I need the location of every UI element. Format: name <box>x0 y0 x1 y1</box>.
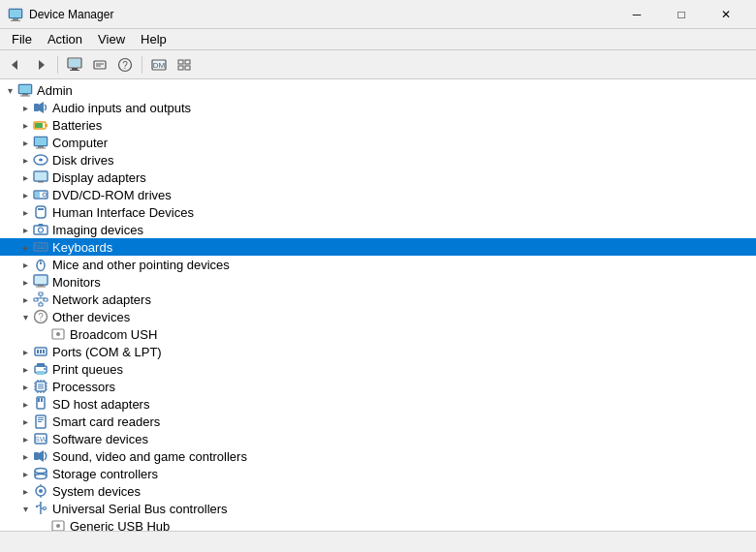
tree-item-software[interactable]: SWSoftware devices <box>0 430 756 447</box>
svg-marker-27 <box>39 102 44 113</box>
forward-button[interactable] <box>29 53 52 77</box>
expander-hid[interactable] <box>17 204 33 220</box>
label-broadcom: Broadcom USH <box>70 327 157 342</box>
expander-keyboards[interactable] <box>17 239 33 255</box>
help-icon-button[interactable]: ? <box>113 53 137 77</box>
expander-storage[interactable] <box>17 466 33 481</box>
tree-item-admin[interactable]: Admin <box>0 81 756 99</box>
menu-action[interactable]: Action <box>40 30 90 48</box>
tree-item-usb[interactable]: Universal Serial Bus controllers <box>0 500 756 517</box>
tree-item-storage[interactable]: Storage controllers <box>0 465 756 482</box>
tree-item-processors[interactable]: Processors <box>0 378 756 395</box>
label-computer: Computer <box>52 136 108 150</box>
svg-rect-21 <box>185 66 190 70</box>
svg-point-57 <box>40 262 42 264</box>
expander-network[interactable] <box>17 291 33 307</box>
svg-rect-32 <box>35 138 47 145</box>
expander-sdhost[interactable] <box>17 396 33 412</box>
svg-rect-2 <box>13 18 18 20</box>
svg-point-47 <box>39 228 44 232</box>
tree-item-mice[interactable]: Mice and other pointing devices <box>0 256 756 273</box>
resources-button[interactable] <box>88 53 111 77</box>
tree-item-computer[interactable]: Computer <box>0 134 756 151</box>
tree-item-systemdevices[interactable]: System devices <box>0 482 756 500</box>
label-network: Network adapters <box>52 292 151 307</box>
view-button[interactable] <box>173 53 196 77</box>
expander-batteries[interactable] <box>17 117 33 133</box>
expander-imaging[interactable] <box>17 222 33 237</box>
menu-help[interactable]: Help <box>133 30 174 48</box>
menu-view[interactable]: View <box>90 30 133 48</box>
back-button[interactable] <box>4 53 27 77</box>
tree-item-sdhost[interactable]: SD host adapters <box>0 395 756 413</box>
tree-item-monitors[interactable]: Monitors <box>0 273 756 291</box>
expander-audio[interactable] <box>17 100 33 115</box>
expander-software[interactable] <box>17 431 33 446</box>
svg-rect-43 <box>36 206 46 218</box>
svg-rect-52 <box>41 245 43 247</box>
ports-icon <box>33 344 48 359</box>
close-button[interactable]: ✕ <box>704 0 748 29</box>
expander-computer[interactable] <box>17 135 33 150</box>
svg-point-36 <box>39 159 43 162</box>
svg-rect-25 <box>20 96 30 97</box>
svg-marker-5 <box>39 60 45 70</box>
svg-point-107 <box>35 469 47 474</box>
expander-other[interactable] <box>17 309 33 324</box>
tree-item-broadcom[interactable]: Broadcom USH <box>0 325 756 343</box>
tree-item-dvd[interactable]: DVD/CD-ROM drives <box>0 186 756 203</box>
svg-rect-77 <box>43 350 45 353</box>
label-other: Other devices <box>52 310 130 324</box>
expander-printqueues[interactable] <box>17 361 33 377</box>
device-manager-view-button[interactable] <box>63 53 86 77</box>
tree-item-genericusb[interactable]: Generic USB Hub <box>0 517 756 531</box>
expander-mice[interactable] <box>17 257 33 272</box>
svg-rect-76 <box>40 350 42 353</box>
svg-rect-100 <box>38 417 44 418</box>
tree-item-hid[interactable]: Human Interface Devices <box>0 203 756 221</box>
expander-systemdevices[interactable] <box>17 483 33 499</box>
expander-monitors[interactable] <box>17 274 33 290</box>
separator-2 <box>142 56 142 74</box>
cpu-icon <box>33 379 48 394</box>
tree-item-soundvideo[interactable]: Sound, video and game controllers <box>0 447 756 465</box>
monitor-icon <box>33 274 48 290</box>
display-icon <box>33 169 48 185</box>
device-tree[interactable]: AdminAudio inputs and outputsBatteriesCo… <box>0 79 756 531</box>
expander-admin[interactable] <box>2 82 17 98</box>
svg-rect-97 <box>38 398 40 402</box>
tree-item-other[interactable]: ?Other devices <box>0 308 756 325</box>
tree-item-imaging[interactable]: Imaging devices <box>0 221 756 238</box>
expander-soundvideo[interactable] <box>17 448 33 464</box>
svg-rect-30 <box>35 123 43 128</box>
expander-processors[interactable] <box>17 379 33 394</box>
svg-rect-79 <box>37 363 45 367</box>
expander-displayadapters[interactable] <box>17 169 33 185</box>
svg-text:DM: DM <box>153 61 166 70</box>
update-driver-button[interactable]: DM <box>147 53 171 77</box>
menu-file[interactable]: File <box>4 30 40 48</box>
svg-rect-26 <box>34 104 39 111</box>
expander-usb[interactable] <box>17 501 33 516</box>
tree-item-ports[interactable]: Ports (COM & LPT) <box>0 343 756 360</box>
minimize-button[interactable]: ─ <box>614 0 659 29</box>
tree-item-network[interactable]: Network adapters <box>0 291 756 308</box>
expander-smartcard[interactable] <box>17 414 33 429</box>
tree-item-audio[interactable]: Audio inputs and outputs <box>0 99 756 116</box>
storage-icon <box>33 466 48 481</box>
label-imaging: Imaging devices <box>52 223 143 237</box>
expander-ports[interactable] <box>17 344 33 359</box>
expander-diskdrives[interactable] <box>17 152 33 168</box>
svg-rect-3 <box>11 20 20 21</box>
expander-dvd[interactable] <box>17 187 33 202</box>
svg-rect-39 <box>38 181 44 183</box>
tree-item-diskdrives[interactable]: Disk drives <box>0 151 756 169</box>
tree-item-keyboards[interactable]: Keyboards <box>0 238 756 256</box>
tree-item-printqueues[interactable]: Print queues <box>0 360 756 378</box>
tree-item-displayadapters[interactable]: Display adapters <box>0 169 756 186</box>
svg-rect-24 <box>22 94 28 96</box>
maximize-button[interactable]: □ <box>659 0 704 29</box>
tree-item-smartcard[interactable]: Smart card readers <box>0 413 756 430</box>
tree-item-batteries[interactable]: Batteries <box>0 116 756 134</box>
svg-rect-44 <box>38 208 41 210</box>
